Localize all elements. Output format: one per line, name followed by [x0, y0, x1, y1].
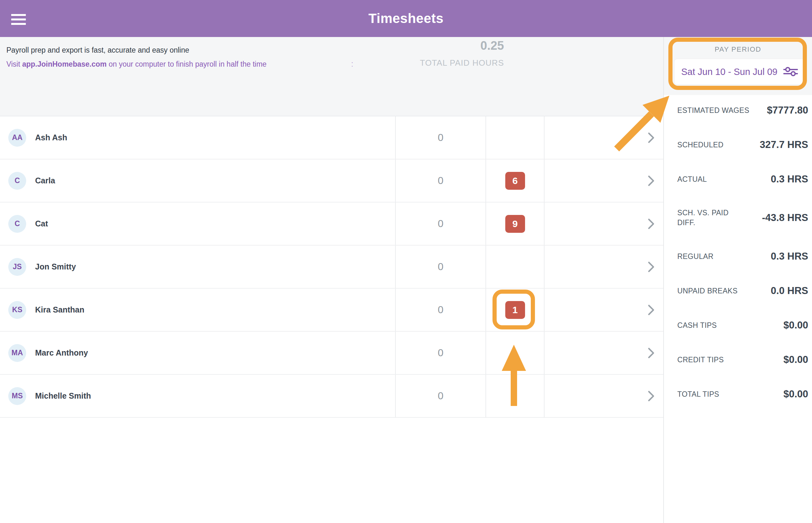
paid-hours-cell: 0: [395, 116, 485, 159]
avatar: C: [8, 215, 26, 233]
stat-value: $0.00: [783, 354, 808, 365]
stat-sch-vs-paid-diff: SCH. VS. PAID DIFF. -43.8 HRS: [677, 208, 808, 228]
paid-hours-cell: 0: [395, 332, 485, 374]
employee-cell: C Cat: [0, 202, 395, 245]
chevron-right-icon: [647, 347, 655, 359]
chevron-right-icon: [647, 131, 655, 144]
promo-banner: Payroll prep and export is fast, accurat…: [0, 37, 663, 116]
stat-value: 0.0 HRS: [771, 285, 808, 296]
stat-unpaid-breaks: UNPAID BREAKS 0.0 HRS: [677, 285, 808, 296]
chevron-right-icon: [647, 390, 655, 402]
stat-label: ACTUAL: [677, 175, 707, 184]
pay-period-selector[interactable]: Sat Jun 10 - Sun Jul 09: [674, 59, 805, 85]
employee-cell: MS Michelle Smith: [0, 375, 395, 417]
show-timesheets-cell[interactable]: [544, 160, 663, 202]
total-paid-hours-value: 0.25: [420, 39, 504, 52]
stat-estimated-wages: ESTIMATED WAGES $7777.80: [677, 105, 808, 116]
chevron-right-icon: [647, 217, 655, 230]
summary-sidebar: PAY PERIOD Sat Jun 10 - Sun Jul 09 ESTIM…: [663, 37, 812, 523]
employee-name: Michelle Smith: [35, 391, 91, 400]
show-timesheets-cell[interactable]: [544, 289, 663, 331]
promo-text: Payroll prep and export is fast, accurat…: [6, 46, 189, 55]
table-row[interactable]: MA Marc Anthony 0: [0, 332, 663, 375]
total-paid-hours-label: TOTAL PAID HOURS: [420, 58, 504, 68]
avatar: C: [8, 172, 26, 190]
avatar: AA: [8, 129, 26, 147]
paid-hours-cell: 0: [395, 375, 485, 417]
stat-value: -43.8 HRS: [762, 212, 808, 223]
stat-label: ESTIMATED WAGES: [677, 106, 749, 115]
stat-label: TOTAL TIPS: [677, 390, 719, 399]
employee-table: AA Ash Ash 0 C Carla 0 6 C: [0, 116, 663, 418]
stat-label: SCH. VS. PAID DIFF.: [677, 208, 744, 228]
table-row[interactable]: MS Michelle Smith 0: [0, 375, 663, 418]
table-row[interactable]: C Cat 0 9: [0, 202, 663, 246]
paid-hours-cell: 0: [395, 246, 485, 288]
promo-link-line: Visit app.JoinHomebase.com on your compu…: [6, 60, 266, 69]
promo-colon: :: [351, 59, 353, 69]
promo-link-prefix: Visit: [6, 60, 22, 68]
promo-link[interactable]: app.JoinHomebase.com: [22, 60, 107, 68]
stat-regular: REGULAR 0.3 HRS: [677, 251, 808, 262]
employee-name: Cat: [35, 219, 48, 228]
issues-cell: 9: [485, 202, 544, 245]
stat-value: $0.00: [783, 389, 808, 400]
show-timesheets-cell[interactable]: [544, 375, 663, 417]
employee-cell: MA Marc Anthony: [0, 332, 395, 374]
sliders-icon: [783, 67, 798, 76]
employee-name: Kira Santhan: [35, 305, 84, 314]
issues-cell: 6: [485, 160, 544, 202]
issues-badge[interactable]: 9: [505, 215, 525, 233]
timesheets-screen: Timesheets Payroll prep and export is fa…: [0, 0, 812, 523]
promo-link-suffix: on your computer to finish payroll in ha…: [107, 60, 266, 68]
issues-cell: [485, 375, 544, 417]
avatar: MS: [8, 387, 26, 405]
employee-name: Jon Smitty: [35, 262, 76, 271]
stat-total-tips: TOTAL TIPS $0.00: [677, 389, 808, 400]
stat-label: SCHEDULED: [677, 141, 724, 149]
total-paid-hours: 0.25 TOTAL PAID HOURS: [420, 39, 504, 68]
paid-hours-cell: 0: [395, 202, 485, 245]
issues-cell: [485, 332, 544, 374]
show-timesheets-cell[interactable]: [544, 202, 663, 245]
employee-name: Marc Anthony: [35, 348, 88, 358]
stat-label: UNPAID BREAKS: [677, 287, 738, 295]
stat-label: CREDIT TIPS: [677, 356, 724, 364]
issues-cell: 1: [485, 289, 544, 331]
stat-value: 0.3 HRS: [771, 251, 808, 262]
stat-value: 327.7 HRS: [760, 139, 808, 150]
chevron-right-icon: [647, 260, 655, 273]
table-row[interactable]: C Carla 0 6: [0, 160, 663, 202]
stat-credit-tips: CREDIT TIPS $0.00: [677, 354, 808, 365]
stat-value: $7777.80: [767, 105, 808, 116]
issues-badge[interactable]: 6: [505, 172, 525, 190]
chevron-right-icon: [647, 175, 655, 187]
table-row[interactable]: AA Ash Ash 0: [0, 116, 663, 160]
show-timesheets-cell[interactable]: [544, 332, 663, 374]
pay-period-range: Sat Jun 10 - Sun Jul 09: [681, 67, 777, 77]
chevron-right-icon: [647, 304, 655, 317]
employee-cell: KS Kira Santhan: [0, 289, 395, 331]
paid-hours-cell: 0: [395, 289, 485, 331]
avatar: KS: [8, 301, 26, 319]
employee-cell: AA Ash Ash: [0, 116, 395, 159]
stat-value: 0.3 HRS: [771, 174, 808, 185]
employee-name: Carla: [35, 176, 55, 185]
employee-name: Ash Ash: [35, 133, 67, 142]
show-timesheets-cell[interactable]: [544, 116, 663, 159]
avatar: JS: [8, 258, 26, 276]
paid-hours-cell: 0: [395, 160, 485, 202]
employee-cell: C Carla: [0, 160, 395, 202]
table-row[interactable]: KS Kira Santhan 0 1: [0, 289, 663, 332]
issues-cell: [485, 116, 544, 159]
issues-cell: [485, 246, 544, 288]
employee-cell: JS Jon Smitty: [0, 246, 395, 288]
stat-label: REGULAR: [677, 252, 713, 261]
stat-value: $0.00: [783, 320, 808, 331]
table-row[interactable]: JS Jon Smitty 0: [0, 246, 663, 289]
stat-actual: ACTUAL 0.3 HRS: [677, 174, 808, 185]
show-timesheets-cell[interactable]: [544, 246, 663, 288]
stat-cash-tips: CASH TIPS $0.00: [677, 320, 808, 331]
issues-badge[interactable]: 1: [505, 301, 525, 319]
summary-stats: ESTIMATED WAGES $7777.80 SCHEDULED 327.7…: [677, 105, 808, 423]
